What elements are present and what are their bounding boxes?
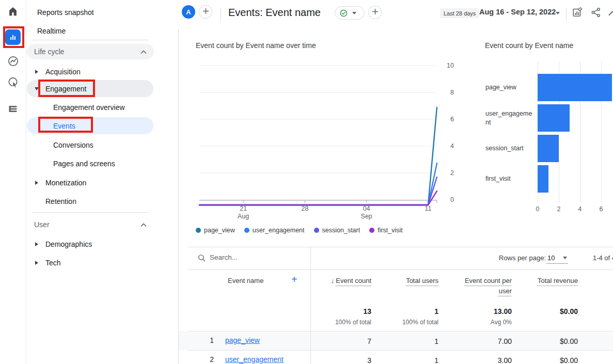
- add-report-button[interactable]: [368, 6, 382, 19]
- sidebar-item-engagement[interactable]: Engagement: [27, 80, 153, 97]
- sidebar-item-acquisition[interactable]: Acquisition: [27, 63, 153, 80]
- main-content: A Events: Event name Last 28 days Aug 16…: [178, 0, 613, 364]
- table-column-divider: [310, 247, 311, 364]
- column-header-total-users[interactable]: Total users: [382, 276, 438, 286]
- bar[interactable]: [538, 165, 548, 193]
- advertising-nav-button[interactable]: [0, 76, 26, 90]
- cell-total-users: 1: [382, 336, 438, 347]
- add-comparison-button[interactable]: [199, 5, 212, 19]
- sidebar-item-realtime[interactable]: Realtime: [37, 23, 66, 39]
- column-header-total-revenue[interactable]: Total revenue: [531, 276, 578, 286]
- event-name-link[interactable]: user_engagement: [225, 355, 284, 363]
- collapse-down-icon: [34, 87, 40, 90]
- sidebar-item-pages-and-screens[interactable]: Pages and screens: [27, 155, 153, 172]
- totals-total-revenue: $0.00: [531, 306, 578, 318]
- legend-item[interactable]: session_start: [314, 227, 360, 234]
- insights-icon: [608, 6, 613, 21]
- line-chart[interactable]: 024681021Aug2804Sep11: [194, 57, 460, 221]
- svg-text:2: 2: [450, 169, 454, 177]
- sidebar-item-monetization[interactable]: Monetization: [27, 174, 153, 191]
- totals-sub-event-count: 100% of total: [315, 318, 371, 327]
- cell-event-count-per-user: 3.00: [460, 355, 512, 364]
- row-index: 1: [206, 336, 214, 344]
- report-status-button[interactable]: [335, 6, 365, 20]
- date-range-selector[interactable]: Aug 16 - Sep 12, 2022: [479, 8, 556, 16]
- report-header: A Events: Event name Last 28 days Aug 16…: [178, 0, 613, 29]
- bar-axis-tick: 0: [532, 205, 543, 213]
- search-input[interactable]: [209, 253, 298, 262]
- table-divider: [187, 270, 613, 270]
- pagination-label: 1-4 of 4: [593, 254, 613, 262]
- svg-text:Sep: Sep: [361, 213, 372, 220]
- bar-category-label: first_visit: [485, 165, 533, 193]
- sidebar-section-user[interactable]: User: [27, 217, 154, 232]
- bar-chart-title: Event count by Event name: [485, 41, 573, 50]
- svg-text:04: 04: [363, 205, 370, 212]
- advertising-icon: [7, 76, 19, 90]
- share-icon: [590, 7, 602, 20]
- expand-right-icon: [34, 242, 40, 246]
- bar-category-label: session_start: [485, 135, 533, 162]
- share-button[interactable]: [589, 7, 603, 20]
- column-header-event-name[interactable]: Event name: [228, 277, 263, 284]
- sidebar-item-events[interactable]: Events: [27, 117, 153, 134]
- row-divider: [187, 331, 613, 331]
- cell-total-revenue: $0.00: [531, 336, 578, 347]
- bar[interactable]: [538, 104, 570, 132]
- chevron-up-icon: [140, 220, 147, 229]
- bar-axis-tick: 2: [554, 205, 564, 213]
- caret-down-icon: [556, 12, 560, 14]
- bar[interactable]: [538, 74, 612, 101]
- legend-dot-icon: [244, 228, 249, 233]
- reports-nav-button[interactable]: [0, 29, 26, 45]
- expand-right-icon: [34, 70, 40, 74]
- bar-chart[interactable]: 0246page_viewuser_engagementsession_star…: [483, 57, 613, 227]
- sidebar-item-reports-snapshot[interactable]: Reports snapshot: [37, 4, 94, 21]
- explore-nav-button[interactable]: [0, 55, 26, 69]
- explore-icon: [7, 55, 19, 69]
- sidebar-section-life-cycle[interactable]: Life cycle: [27, 44, 154, 59]
- sidebar-item-conversions[interactable]: Conversions: [27, 137, 153, 153]
- customize-report-button[interactable]: [571, 7, 584, 20]
- header-divider: [566, 8, 567, 21]
- bar[interactable]: [538, 135, 559, 162]
- legend-dot-icon: [314, 228, 319, 233]
- legend-label: user_engagement: [253, 227, 305, 234]
- line-chart-title: Event count by Event name over time: [196, 41, 316, 50]
- sidebar-divider: [32, 212, 148, 213]
- legend-item[interactable]: first_visit: [369, 227, 403, 234]
- library-nav-button[interactable]: [0, 103, 26, 117]
- insights-button[interactable]: [607, 7, 613, 20]
- expand-right-icon: [34, 261, 40, 265]
- customize-report-icon: [572, 7, 583, 20]
- column-header-event-count-per-user[interactable]: Event count per user: [460, 276, 512, 296]
- cell-total-revenue: $0.00: [531, 355, 578, 364]
- sidebar-item-engagement-overview[interactable]: Engagement overview: [27, 99, 153, 116]
- library-icon: [7, 103, 19, 117]
- cell-event-count-per-user: 7.00: [460, 336, 512, 347]
- home-nav-button[interactable]: [0, 6, 26, 19]
- plus-icon: [372, 8, 379, 17]
- table-divider: [187, 247, 613, 247]
- legend-item[interactable]: page_view: [196, 227, 235, 234]
- section-label: Life cycle: [34, 48, 64, 56]
- legend-item[interactable]: user_engagement: [244, 227, 305, 234]
- sidebar-item-tech[interactable]: Tech: [27, 254, 153, 271]
- sidebar-item-demographics[interactable]: Demographics: [27, 235, 153, 252]
- date-preset-badge: Last 28 days: [440, 8, 479, 18]
- check-circle-icon: [339, 9, 348, 18]
- header-divider: [221, 8, 221, 21]
- rows-per-page-select[interactable]: 10: [546, 252, 568, 264]
- rows-per-page-label: Rows per page:: [499, 254, 546, 262]
- svg-text:28: 28: [301, 205, 308, 212]
- sidebar-item-retention[interactable]: Retention: [27, 193, 153, 210]
- section-label: User: [34, 220, 50, 229]
- event-name-link[interactable]: page_view: [225, 336, 260, 344]
- expand-right-icon: [34, 181, 40, 185]
- totals-sub-event-count-per-user: Avg 0%: [460, 318, 512, 327]
- add-column-icon[interactable]: +: [291, 274, 297, 286]
- legend-label: first_visit: [378, 227, 403, 234]
- comparison-avatar[interactable]: A: [182, 5, 195, 19]
- column-header-event-count[interactable]: ↓Event count: [315, 276, 371, 286]
- totals-total-users: 1: [382, 306, 438, 318]
